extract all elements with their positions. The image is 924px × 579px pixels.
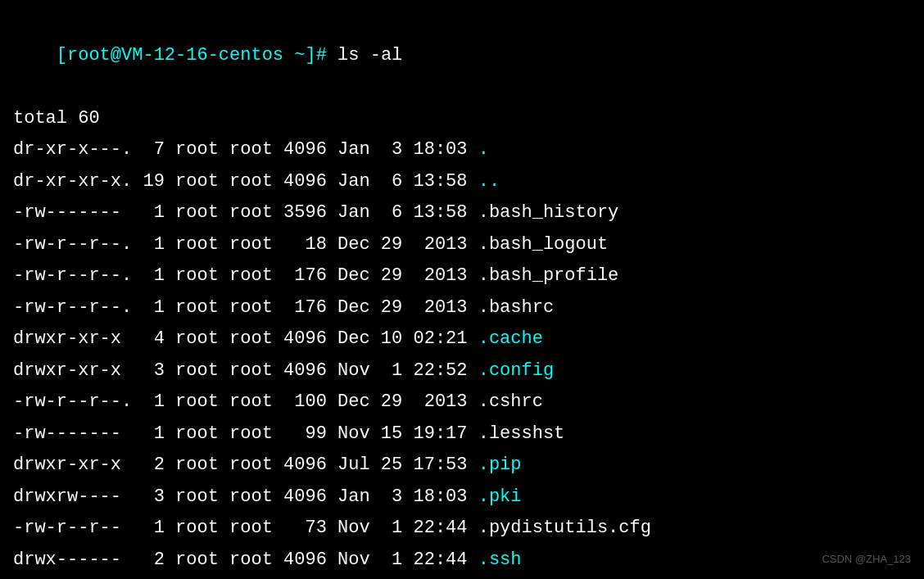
output-line-15: -rw-r--r--. 1 root root 129 Dec 29 2013 … — [13, 576, 911, 579]
output-line-9: -rw-r--r--. 1 root root 100 Dec 29 2013 … — [13, 387, 911, 418]
output-line-4: -rw-r--r--. 1 root root 18 Dec 29 2013 .… — [13, 229, 911, 261]
output-line-5: -rw-r--r--. 1 root root 176 Dec 29 2013 … — [13, 260, 911, 292]
output-line-2: dr-xr-xr-x. 19 root root 4096 Jan 6 13:5… — [13, 166, 911, 198]
command-line: [root@VM-12-16-centos ~]# ls -al — [13, 8, 911, 103]
output-line-12: drwxrw---- 3 root root 4096 Jan 3 18:03 … — [13, 482, 911, 513]
prompt: [root@VM-12-16-centos ~]# — [57, 45, 337, 66]
terminal: [root@VM-12-16-centos ~]# ls -al total 6… — [0, 0, 924, 579]
output-line-14: drwx------ 2 root root 4096 Nov 1 22:44 … — [13, 545, 911, 577]
command: ls -al — [337, 45, 402, 66]
output-line-10: -rw------- 1 root root 99 Nov 15 19:17 .… — [13, 418, 911, 450]
output-line-1: dr-xr-x---. 7 root root 4096 Jan 3 18:03… — [13, 134, 911, 166]
output-total: total 60 — [13, 103, 911, 135]
output-line-6: -rw-r--r--. 1 root root 176 Dec 29 2013 … — [13, 292, 911, 324]
output-line-13: -rw-r--r-- 1 root root 73 Nov 1 22:44 .p… — [13, 513, 911, 545]
output-line-8: drwxr-xr-x 3 root root 4096 Nov 1 22:52 … — [13, 355, 911, 387]
output-line-3: -rw------- 1 root root 3596 Jan 6 13:58 … — [13, 197, 911, 229]
watermark: CSDN @ZHA_123 — [822, 550, 911, 569]
output-line-7: drwxr-xr-x 4 root root 4096 Dec 10 02:21… — [13, 323, 911, 355]
output-line-11: drwxr-xr-x 2 root root 4096 Jul 25 17:53… — [13, 450, 911, 482]
